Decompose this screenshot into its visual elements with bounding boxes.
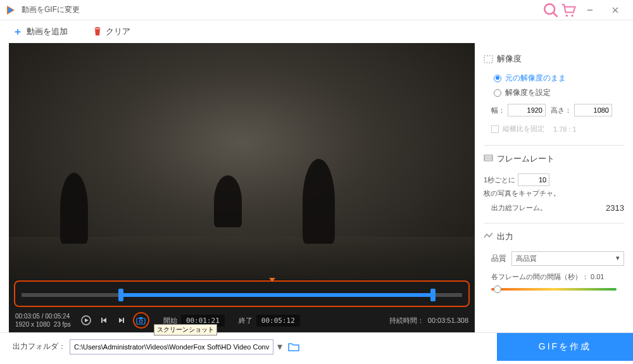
video-fps: 23 fps — [54, 321, 71, 328]
cart-icon[interactable] — [560, 1, 577, 19]
add-video-label: 動画を追加 — [27, 26, 68, 37]
frame-gap-value: 0.01 — [591, 273, 604, 280]
window-title: 動画をGIFに変更 — [22, 4, 542, 15]
video-resolution: 1920 x 1080 — [15, 321, 50, 328]
radio-off-icon — [494, 89, 501, 97]
height-label: 高さ： — [551, 106, 572, 115]
framerate-heading: フレームレート — [484, 153, 624, 165]
quality-label: 品質 — [491, 253, 506, 264]
total-frames-value: 2313 — [606, 203, 624, 213]
settings-panel: 解像度 元の解像度のまま 解像度を設定 幅： 高さ： 縦横比を固定 1.78 :… — [475, 43, 633, 332]
video-preview[interactable] — [9, 43, 475, 279]
duration-value: 00:03:51.308 — [428, 317, 468, 324]
fr-pre: 1秒ごとに — [484, 175, 515, 185]
end-label: 終了 — [239, 316, 253, 325]
frame-gap-label: 各フレームの間の間隔（秒）： — [491, 273, 589, 280]
plus-icon: ＋ — [13, 25, 23, 39]
resolution-heading: 解像度 — [484, 53, 624, 65]
width-label: 幅： — [491, 106, 505, 115]
svg-marker-10 — [85, 318, 89, 322]
framerate-icon — [484, 154, 493, 164]
main-area: 00:03:05 / 00:05:24 1920 x 1080 23 fps 開… — [0, 43, 633, 332]
lock-aspect-checkbox[interactable]: 縦横比を固定 1.78 : 1 — [484, 120, 624, 137]
framerate-input[interactable] — [518, 173, 549, 186]
gap-slider[interactable] — [491, 288, 617, 291]
next-frame-button[interactable] — [115, 314, 128, 327]
svg-rect-17 — [139, 317, 142, 319]
range-slider[interactable] — [14, 280, 470, 307]
svg-rect-18 — [484, 56, 492, 63]
player: 00:03:05 / 00:05:24 1920 x 1080 23 fps 開… — [9, 43, 475, 332]
checkbox-icon — [491, 125, 499, 133]
add-video-button[interactable]: ＋ 動画を追加 — [13, 25, 68, 39]
app-icon — [5, 4, 16, 16]
footer: 出力フォルダ： ▾ GIFを作成 — [0, 332, 633, 360]
range-handle-start[interactable] — [118, 289, 123, 301]
total-frames-label: 出力総フレーム。 — [491, 203, 547, 213]
duration-label: 持続時間： — [389, 316, 424, 325]
titlebar: 動画をGIFに変更 — [0, 0, 633, 20]
trash-icon — [93, 26, 102, 38]
browse-folder-button[interactable] — [285, 342, 303, 352]
aspect-ratio: 1.78 : 1 — [553, 125, 577, 133]
minimize-button[interactable] — [577, 3, 603, 18]
svg-marker-13 — [119, 318, 123, 323]
create-gif-button[interactable]: GIFを作成 — [497, 333, 633, 361]
resolution-icon — [484, 55, 493, 63]
svg-point-2 — [544, 4, 555, 14]
radio-on-icon — [494, 75, 501, 82]
svg-rect-14 — [123, 318, 124, 323]
quality-dropdown[interactable]: 高品質 ▾ — [511, 251, 624, 266]
output-path-input[interactable] — [70, 339, 273, 355]
svg-rect-15 — [137, 318, 145, 324]
radio-original-resolution[interactable]: 元の解像度のまま — [484, 71, 624, 85]
svg-rect-11 — [101, 318, 103, 323]
height-input[interactable] — [574, 104, 612, 116]
end-time[interactable]: 00:05:12 — [256, 315, 300, 327]
fr-post: 枚の写真をキャプチャ。 — [484, 189, 560, 198]
prev-frame-button[interactable] — [97, 314, 110, 327]
output-heading: 出力 — [484, 231, 624, 242]
clear-button[interactable]: クリア — [93, 26, 130, 38]
svg-line-3 — [553, 13, 557, 16]
playhead-marker[interactable] — [269, 278, 275, 282]
svg-point-16 — [140, 320, 143, 323]
svg-point-4 — [566, 15, 568, 17]
svg-point-5 — [571, 15, 573, 17]
search-icon[interactable] — [542, 1, 560, 19]
toolbar: ＋ 動画を追加 クリア — [0, 20, 633, 43]
player-controls: 00:03:05 / 00:05:24 1920 x 1080 23 fps 開… — [9, 310, 475, 332]
output-icon — [484, 232, 493, 242]
play-button[interactable] — [80, 314, 92, 327]
output-folder-label: 出力フォルダ： — [13, 341, 66, 352]
svg-rect-19 — [484, 155, 492, 161]
selected-range — [118, 293, 436, 297]
screenshot-tooltip: スクリーンショット — [154, 324, 217, 336]
width-input[interactable] — [508, 104, 546, 116]
chevron-down-icon: ▾ — [616, 254, 620, 263]
radio-set-resolution[interactable]: 解像度を設定 — [484, 85, 624, 100]
time-total: 00:05:24 — [45, 313, 70, 320]
svg-marker-12 — [103, 318, 106, 323]
time-current: 00:03:05 — [15, 313, 40, 320]
path-dropdown-icon[interactable]: ▾ — [277, 341, 282, 353]
screenshot-button[interactable] — [133, 312, 149, 329]
close-button[interactable] — [603, 3, 628, 18]
clear-label: クリア — [106, 26, 130, 37]
range-handle-end[interactable] — [430, 289, 436, 301]
